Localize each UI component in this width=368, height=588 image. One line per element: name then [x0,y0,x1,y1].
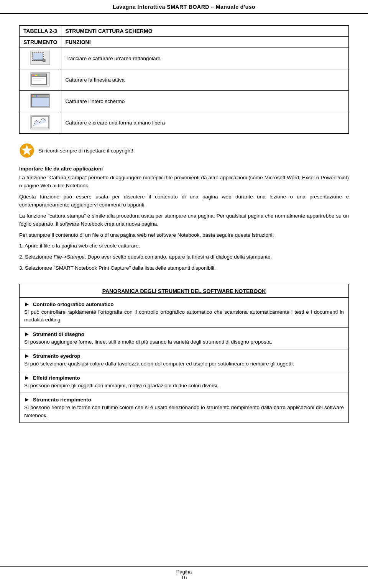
rectangle-capture-icon [30,50,51,66]
active-window-icon [30,72,51,87]
page-header: Lavagna Interattiva SMART BOARD – Manual… [0,0,368,14]
star-icon [19,143,34,158]
footer-page-number: 16 [181,575,187,580]
panoramica-row-2: ► Strumento eyedrop Si può selezionare q… [20,349,348,371]
importare-step1: 1. Aprire il file o la pagina web che si… [19,242,349,250]
panoramica-row-3: ► Effetti riempimento Si possono riempir… [20,371,348,393]
importare-step2: 2. Selezionare File->Stampa. Dopo aver s… [19,253,349,261]
panoramica-row-title-4: Strumento riempimento [33,397,91,403]
step2-suffix: . Dopo aver scelto questo comando, appar… [85,254,272,260]
panoramica-row-0: ► Controllo ortografico automatico Si pu… [20,298,348,328]
tool-icon-cell-3 [20,91,61,112]
panoramica-box: PANORAMICA DEGLI STRUMENTI DEL SOFTWARE … [19,284,349,423]
table-row: Tracciare e catturare un'area rettangola… [20,48,349,69]
importare-para2: Questa funzione può essere usata per dis… [19,193,349,209]
step2-italic: File->Stampa [54,254,85,260]
svg-rect-15 [31,95,49,97]
table-row: Catturare l'intero schermo [20,91,349,112]
footer-label: Pagina [176,569,192,575]
bullet-2: ► [24,352,30,359]
svg-rect-17 [34,95,35,97]
table-row: Catturare e creare una forma a mano libe… [20,112,349,134]
tools-table: TABELLA 2-3 STRUMENTI CATTURA SCHERMO ST… [19,25,349,134]
table-subheader-funzioni: FUNZIONI [61,37,349,48]
panoramica-row-1: ► Strumenti di disegno Si possono aggiun… [20,328,348,349]
panoramica-row-4: ► Strumento riempimento Si possono riemp… [20,393,348,423]
panoramica-row-title-1: Strumenti di disegno [33,331,84,337]
panoramica-title: PANORAMICA DEGLI STRUMENTI DEL SOFTWARE … [20,284,348,298]
freehand-icon [30,115,51,130]
svg-rect-16 [32,95,33,97]
table-function-3: Catturare l'intero schermo [61,91,349,112]
tool-icon-cell-1 [20,48,61,69]
svg-rect-11 [33,78,44,79]
table-subheader-strumento: STRUMENTO [20,37,61,48]
panoramica-row-text-2: Si può selezionare qualsiasi colore dall… [24,360,344,368]
copyright-text: Si ricordi sempre di rispettare il copyr… [38,148,133,154]
svg-point-10 [38,75,39,76]
bullet-1: ► [24,331,30,337]
tool-icon-cell-4 [20,112,61,134]
importare-step3: 3. Selezionare "SMART Notebook Print Cap… [19,264,349,272]
page-footer: Pagina 16 [0,566,368,580]
bullet-4: ► [24,396,30,403]
panoramica-row-text-3: Si possono riempire gli oggetti con imma… [24,382,344,390]
bullet-0: ► [24,301,30,307]
fullscreen-icon [30,93,51,108]
bullet-3: ► [24,374,30,381]
svg-rect-4 [43,59,45,62]
panoramica-row-title-0: Controllo ortografico automatico [33,301,114,307]
table-function-2: Catturare la finestra attiva [61,69,349,91]
importare-heading: Importare file da altre applicazioni [19,166,349,172]
header-title: Lavagna Interattiva SMART BOARD – Manual… [113,4,255,10]
table-header-col2: STRUMENTI CATTURA SCHERMO [61,26,349,37]
importare-para4: Per stampare il contenuto di un file o d… [19,231,349,239]
table-function-4: Catturare e creare una forma a mano libe… [61,112,349,134]
page-content: TABELLA 2-3 STRUMENTI CATTURA SCHERMO ST… [0,14,368,446]
table-function-1: Tracciare e catturare un'area rettangola… [61,48,349,69]
copyright-row: Si ricordi sempre di rispettare il copyr… [19,143,349,158]
tool-icon-cell-2 [20,69,61,91]
svg-rect-18 [36,95,37,97]
importare-para3: La funzione "cattura stampa" è simile al… [19,212,349,228]
panoramica-row-title-3: Effetti riempimento [33,375,80,381]
step2-prefix: 2. Selezionare [19,254,54,260]
table-header-col1: TABELLA 2-3 [20,26,61,37]
importare-para1: La funzione "Cattura stampa" permette di… [19,174,349,190]
svg-point-8 [33,75,34,76]
svg-point-9 [35,75,37,76]
panoramica-row-text-0: Si può controllare rapidamente l'ortogra… [24,308,344,324]
svg-rect-2 [33,53,43,60]
svg-rect-12 [33,80,41,80]
panoramica-row-text-4: Si possono riempire le forme con l'ultim… [24,404,344,419]
panoramica-row-text-1: Si possono aggiungere forme, linee, stil… [24,338,344,346]
table-row: Catturare la finestra attiva [20,69,349,91]
panoramica-row-title-2: Strumento eyedrop [33,353,80,359]
